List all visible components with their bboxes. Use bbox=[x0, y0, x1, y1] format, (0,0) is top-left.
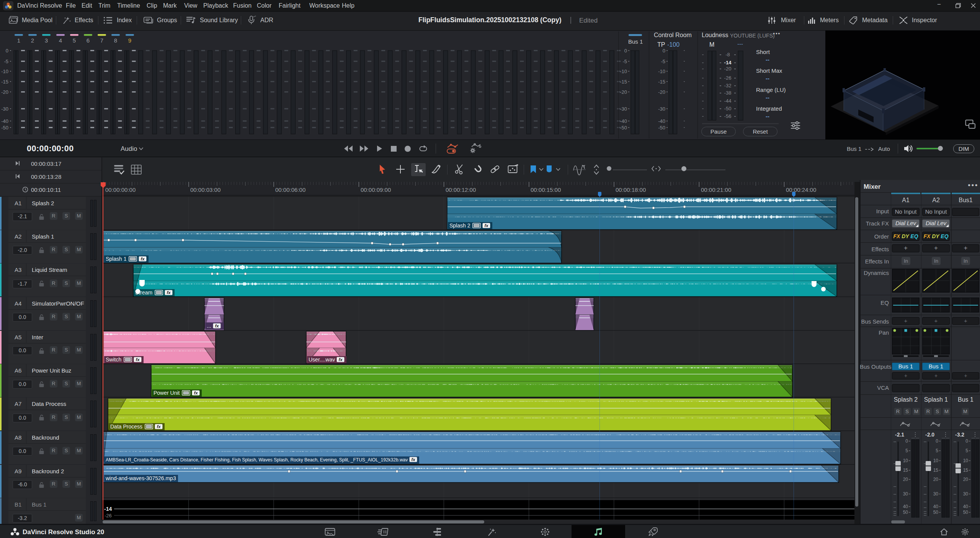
svg-text:40: 40 bbox=[903, 504, 908, 509]
svg-text:20: 20 bbox=[903, 477, 908, 482]
svg-text:0: 0 bbox=[965, 438, 968, 444]
svg-text:5: 5 bbox=[905, 448, 908, 453]
svg-text:-14: -14 bbox=[104, 506, 112, 512]
svg-text:50: 50 bbox=[903, 510, 908, 515]
svg-text:15: 15 bbox=[933, 468, 939, 473]
svg-text:50: 50 bbox=[933, 510, 939, 515]
svg-text:30: 30 bbox=[903, 491, 908, 497]
svg-text:5: 5 bbox=[936, 448, 938, 453]
svg-text:20: 20 bbox=[963, 477, 969, 482]
svg-text:10: 10 bbox=[903, 458, 908, 463]
svg-text:5: 5 bbox=[965, 448, 968, 453]
svg-text:0: 0 bbox=[905, 438, 908, 444]
svg-text:40: 40 bbox=[963, 504, 969, 509]
svg-text:50: 50 bbox=[963, 510, 969, 515]
svg-text:30: 30 bbox=[933, 491, 939, 497]
svg-text:0: 0 bbox=[936, 438, 938, 444]
svg-text:40: 40 bbox=[933, 504, 939, 509]
svg-text:15: 15 bbox=[903, 468, 908, 473]
svg-text:-26: -26 bbox=[105, 513, 112, 518]
svg-text:30: 30 bbox=[963, 491, 969, 497]
svg-text:10: 10 bbox=[963, 458, 969, 463]
svg-text:15: 15 bbox=[963, 468, 969, 473]
svg-text:10: 10 bbox=[933, 458, 939, 463]
svg-text:20: 20 bbox=[933, 477, 939, 482]
